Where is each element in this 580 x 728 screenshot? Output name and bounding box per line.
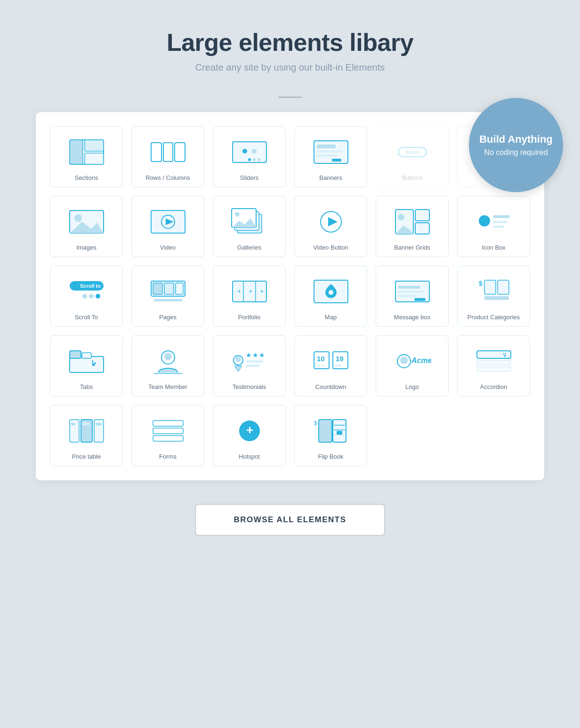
element-card-price-table[interactable]: 9s 20s 39s Price table xyxy=(50,405,123,466)
element-card-portfolio[interactable]: + + + Portfolio xyxy=(213,266,286,327)
images-icon xyxy=(55,204,118,239)
sections-icon xyxy=(55,134,118,170)
svg-point-22 xyxy=(74,214,82,222)
svg-rect-83 xyxy=(246,364,260,367)
element-card-banners[interactable]: Banners xyxy=(294,126,367,187)
element-card-galleries[interactable]: Galleries xyxy=(213,196,286,257)
hotspot-label: Hotspot xyxy=(239,453,260,460)
message-box-label: Message box xyxy=(394,314,430,321)
svg-text:9s: 9s xyxy=(71,422,75,426)
svg-text:Acme: Acme xyxy=(411,356,431,364)
element-card-countdown[interactable]: 10 DAYS 19 MIN Countdown xyxy=(294,335,367,396)
galleries-icon xyxy=(218,204,281,239)
rows-columns-label: Rows / Columns xyxy=(145,174,190,181)
video-label: Video xyxy=(160,244,176,251)
svg-text:+: + xyxy=(249,287,252,295)
svg-text:19: 19 xyxy=(336,355,344,363)
pages-label: Pages xyxy=(159,314,177,321)
svg-rect-2 xyxy=(85,140,104,151)
svg-text:39s: 39s xyxy=(96,422,102,426)
elements-grid: Sections Rows / Columns xyxy=(50,126,530,466)
element-card-map[interactable]: Map xyxy=(294,266,367,327)
countdown-label: Countdown xyxy=(315,383,346,390)
images-label: Images xyxy=(76,244,97,251)
svg-point-10 xyxy=(248,158,251,161)
svg-rect-105 xyxy=(153,436,183,441)
portfolio-label: Portfolio xyxy=(238,314,261,321)
element-card-video[interactable]: Video xyxy=(131,196,204,257)
element-card-images[interactable]: Images xyxy=(50,196,123,257)
svg-rect-82 xyxy=(246,360,264,363)
elements-grid-container: Build Anything No coding required Sectio… xyxy=(36,112,544,480)
element-card-video-button[interactable]: Video Button xyxy=(294,196,367,257)
svg-rect-15 xyxy=(317,150,343,153)
svg-text:+: + xyxy=(260,287,264,295)
element-card-accordion[interactable]: ∨ Accordion xyxy=(457,335,530,396)
sliders-icon xyxy=(218,134,281,170)
svg-rect-65 xyxy=(414,298,426,301)
map-icon xyxy=(299,274,362,309)
svg-rect-67 xyxy=(484,280,496,294)
svg-rect-96 xyxy=(477,367,511,372)
forms-label: Forms xyxy=(159,453,177,460)
svg-text:★: ★ xyxy=(252,351,258,359)
flip-book-label: Flip Book xyxy=(318,453,343,460)
svg-point-11 xyxy=(253,158,256,161)
element-card-rows-columns[interactable]: Rows / Columns xyxy=(131,126,204,187)
sections-label: Sections xyxy=(75,174,98,181)
element-card-flip-book[interactable]: $ Flip Book xyxy=(294,405,367,466)
svg-point-45 xyxy=(96,294,100,299)
element-card-team-member[interactable]: Team Member xyxy=(131,335,204,396)
element-card-icon-box[interactable]: Icon Box xyxy=(457,196,530,257)
galleries-label: Galleries xyxy=(237,244,261,251)
svg-text:★: ★ xyxy=(246,351,252,359)
svg-point-12 xyxy=(258,158,260,161)
element-card-product-categories[interactable]: $ Product Categories xyxy=(457,266,530,327)
svg-text:Scroll to: Scroll to xyxy=(80,283,101,289)
svg-rect-4 xyxy=(151,143,161,162)
element-card-forms[interactable]: Forms xyxy=(131,405,204,466)
element-card-pages[interactable]: Pages xyxy=(131,266,204,327)
accordion-label: Accordion xyxy=(480,383,508,390)
svg-rect-51 xyxy=(176,283,183,294)
svg-rect-72 xyxy=(82,353,91,358)
pages-icon xyxy=(137,274,199,309)
page-title: Large elements libary xyxy=(167,28,413,57)
banners-icon xyxy=(299,134,362,170)
svg-text:Button: Button xyxy=(405,150,419,155)
element-card-banner-grids[interactable]: Banner Grids xyxy=(376,196,449,257)
svg-marker-33 xyxy=(328,217,338,226)
svg-rect-69 xyxy=(484,296,509,300)
element-card-testimonials[interactable]: ★ ★ ★ Testimonials xyxy=(213,335,286,396)
element-card-sliders[interactable]: Sliders xyxy=(213,126,286,187)
svg-rect-14 xyxy=(317,145,336,148)
element-card-buttons[interactable]: Button Buttons xyxy=(376,126,449,187)
element-card-tabs[interactable]: Tabs xyxy=(50,335,123,396)
icon-box-icon xyxy=(462,204,525,239)
svg-point-8 xyxy=(242,149,247,154)
svg-point-77 xyxy=(235,356,241,362)
element-card-hotspot[interactable]: + Hotspot xyxy=(213,405,286,466)
team-member-icon xyxy=(137,343,199,379)
testimonials-label: Testimonials xyxy=(233,383,266,390)
divider xyxy=(278,97,302,98)
svg-text:∨: ∨ xyxy=(502,351,507,358)
svg-rect-63 xyxy=(398,291,425,293)
element-card-sections[interactable]: Sections xyxy=(50,126,123,187)
scroll-to-label: Scroll To xyxy=(75,314,98,321)
page-header: Large elements libary Create any site by… xyxy=(167,28,413,73)
rows-columns-icon xyxy=(137,134,199,170)
svg-text:+: + xyxy=(246,423,253,437)
logo-label: Logo xyxy=(405,383,419,390)
banners-label: Banners xyxy=(319,174,342,181)
forms-icon xyxy=(137,413,199,448)
browse-all-button[interactable]: BROWSE ALL ELEMENTS xyxy=(195,504,385,536)
element-card-logo[interactable]: Acme Logo xyxy=(376,335,449,396)
message-box-icon xyxy=(381,274,443,309)
element-card-scroll-to[interactable]: Scroll to Scroll To xyxy=(50,266,123,327)
buttons-label: Buttons xyxy=(402,174,422,181)
svg-rect-17 xyxy=(332,159,341,162)
video-icon xyxy=(137,204,199,239)
svg-rect-40 xyxy=(493,215,510,218)
element-card-message-box[interactable]: Message box xyxy=(376,266,449,327)
